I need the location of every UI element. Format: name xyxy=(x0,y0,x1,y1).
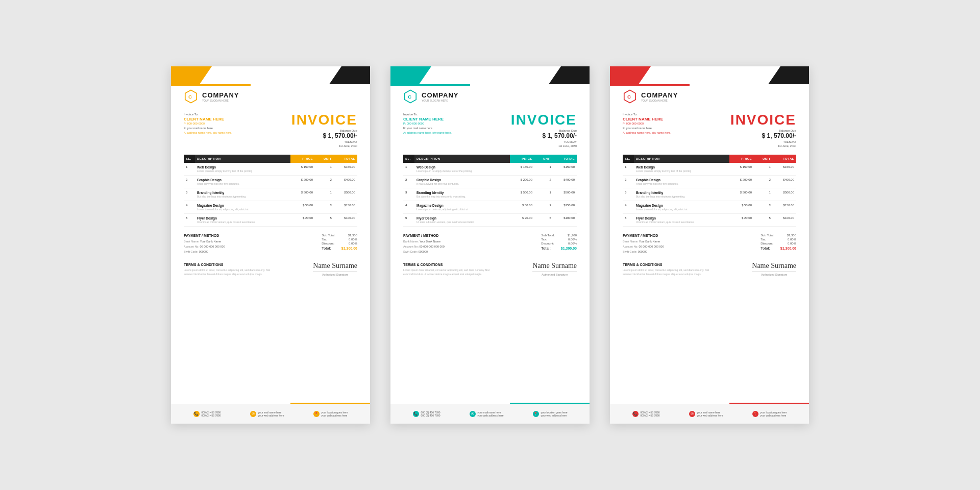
item-sl: 5 xyxy=(403,214,414,227)
table-row: 1 Web Design Lorem ipsum is simply dummy… xyxy=(184,163,357,176)
payment-account: Account No: 00 000-000 000 000 xyxy=(184,244,225,250)
item-total: $150.00 xyxy=(773,163,796,176)
table-row: 4 Magazine Design Lorem ipsum dolor sit,… xyxy=(403,201,577,214)
item-sl: 4 xyxy=(184,201,195,214)
discount-line: Discount: 0.00% xyxy=(761,242,796,245)
invoice-date: 1st June, 2030 xyxy=(291,144,357,148)
payment-swift: Swift Code: 000000 xyxy=(184,250,225,255)
email-icon: ✉ xyxy=(250,411,256,417)
payment-title: PAYMENT / METHOD xyxy=(403,234,445,237)
footer-email2: your web address here xyxy=(478,414,504,417)
terms-title: TERMS & CONDITIONS xyxy=(403,263,495,266)
company-logo-icon: C xyxy=(184,89,198,104)
signature-name: Name Surname xyxy=(532,262,577,270)
item-price: $ 200.00 xyxy=(729,176,754,188)
total-label: Total: xyxy=(322,247,331,250)
footer-phone-text: 000 (2) 456 7890 000 (2) 456 7890 xyxy=(421,411,440,417)
table-header: SL. DESCRIPTION PRICE UNIT TOTAL xyxy=(184,155,357,163)
invoice-body: C COMPANY YOUR SLOGAN HERE Invoice To: C… xyxy=(610,66,809,308)
logo-row: C COMPANY YOUR SLOGAN HERE xyxy=(403,89,577,104)
col-desc: DESCRIPTION xyxy=(634,155,729,163)
signature-label: Authorized Signature xyxy=(532,271,577,276)
email-icon: ✉ xyxy=(689,411,695,417)
total-val: $1,300.00 xyxy=(341,247,357,250)
signature-label: Authorized Signature xyxy=(313,271,357,276)
discount-label: Discount: xyxy=(541,242,554,245)
footer-email: ✉ your mail name here your web address h… xyxy=(689,411,723,417)
footer-bar: 📞 000 (2) 456 7890 000 (2) 456 7890 ✉ yo… xyxy=(390,404,590,424)
item-desc-cell: Magazine Design Lorem ipsum dolor sit, a… xyxy=(634,201,729,214)
item-sl: 2 xyxy=(184,176,195,188)
client-address: A: address name here, city name here. xyxy=(184,131,232,135)
signature-block: Name Surname Authorized Signature xyxy=(313,262,357,276)
item-desc: But also the leap into electronic typese… xyxy=(416,195,508,198)
payment-block: PAYMENT / METHOD Bank Name: Your Bank Na… xyxy=(623,234,664,255)
tax-val: 0.00% xyxy=(568,238,577,241)
discount-line: Discount: 0.00% xyxy=(322,242,357,245)
item-desc-cell: Graphic Design It has survived not only … xyxy=(195,176,290,188)
payment-totals-row: PAYMENT / METHOD Bank Name: Your Bank Na… xyxy=(184,234,357,255)
terms-title: TERMS & CONDITIONS xyxy=(623,263,715,266)
payment-account: Account No: 00 000-000 000 000 xyxy=(623,244,664,250)
item-desc: Lorem ipsum dolor sit, adipiscing elit, … xyxy=(636,208,727,211)
svg-text:C: C xyxy=(408,94,411,100)
table-row: 4 Magazine Design Lorem ipsum dolor sit,… xyxy=(623,201,796,214)
item-name: Web Design xyxy=(416,165,508,169)
phone-icon: 📞 xyxy=(632,411,639,417)
col-sl: SL. xyxy=(403,155,414,163)
footer-email: ✉ your mail name here your web address h… xyxy=(470,411,504,417)
total-label: Total: xyxy=(541,247,551,250)
item-desc: Lorem ipsum dolor sit, adipiscing elit, … xyxy=(416,208,508,211)
invoice-date: 1st June, 2030 xyxy=(730,144,796,148)
item-desc-cell: Branding Identity But also the leap into… xyxy=(414,188,510,201)
item-desc-cell: Magazine Design Lorem ipsum dolor sit, a… xyxy=(195,201,290,214)
item-name: Magazine Design xyxy=(636,204,727,207)
payment-bank-name: Bank Name: Your Bank Name xyxy=(184,239,225,244)
client-address: A: address name here, city name here. xyxy=(403,131,452,135)
item-sl: 3 xyxy=(403,188,414,201)
invoice-to-block: Invoice To: CLIENT NAME HERE P: 000-000-… xyxy=(623,113,671,135)
item-unit: 3 xyxy=(754,201,773,214)
item-unit: 2 xyxy=(754,176,773,188)
item-desc-cell: Web Design Lorem ipsum is simply dummy t… xyxy=(634,163,729,176)
item-price: $ 50.00 xyxy=(510,201,534,214)
item-desc: It has survived not only five centuries. xyxy=(416,182,508,185)
invoice-title: INVOICE xyxy=(511,113,577,127)
item-sl: 4 xyxy=(623,201,634,214)
client-email: E: your mail name here xyxy=(623,126,671,131)
terms-sig-row: TERMS & CONDITIONS Lorem ipsum dolor sit… xyxy=(403,262,577,276)
invoice-title-block: INVOICE Balance Due $ 1, 570.00/- TUESDA… xyxy=(730,113,796,148)
terms-title: TERMS & CONDITIONS xyxy=(184,263,276,266)
payment-swift: Swift Code: 000000 xyxy=(623,250,664,255)
item-desc: It has survived not only five centuries. xyxy=(636,182,727,185)
payment-bank-name: Bank Name: Your Bank Name xyxy=(623,239,664,244)
item-desc-cell: Flyer Design Ut enim ad minim veniam, qu… xyxy=(414,214,510,227)
footer-phone: 📞 000 (2) 456 7890 000 (2) 456 7890 xyxy=(413,411,440,417)
terms-sig-row: TERMS & CONDITIONS Lorem ipsum dolor sit… xyxy=(184,262,357,276)
col-sl: SL. xyxy=(184,155,195,163)
item-total: $100.00 xyxy=(334,214,357,227)
item-name: Branding Identity xyxy=(197,191,288,194)
invoice-header-section: Invoice To: CLIENT NAME HERE P: 000-000-… xyxy=(403,113,577,148)
footer-location2: your web address here xyxy=(322,414,348,417)
logo-text-block: COMPANY YOUR SLOGAN HERE xyxy=(422,91,458,102)
table-row: 4 Magazine Design Lorem ipsum dolor sit,… xyxy=(184,201,357,214)
table-row: 2 Graphic Design It has survived not onl… xyxy=(403,176,577,188)
total-line: Total: $1,300.00 xyxy=(322,247,357,250)
item-desc-cell: Branding Identity But also the leap into… xyxy=(195,188,290,201)
table-row: 5 Flyer Design Ut enim ad minim veniam, … xyxy=(184,214,357,227)
col-total: TOTAL xyxy=(773,155,796,163)
payment-title: PAYMENT / METHOD xyxy=(623,234,664,237)
table-row: 3 Branding Identity But also the leap in… xyxy=(184,188,357,201)
balance-amount: $ 1, 570.00/- xyxy=(730,132,796,139)
item-sl: 1 xyxy=(184,163,195,176)
client-name: CLIENT NAME HERE xyxy=(403,117,452,121)
item-name: Flyer Design xyxy=(416,216,508,220)
col-desc: DESCRIPTION xyxy=(414,155,510,163)
subtotal-label: Sub Total: xyxy=(541,234,555,237)
item-unit: 3 xyxy=(315,201,334,214)
footer-email-text: your mail name here your web address her… xyxy=(258,411,284,417)
invoice-date: 1st June, 2030 xyxy=(511,144,577,148)
item-name: Magazine Design xyxy=(197,204,288,207)
subtotal-label: Sub Total: xyxy=(761,234,774,237)
